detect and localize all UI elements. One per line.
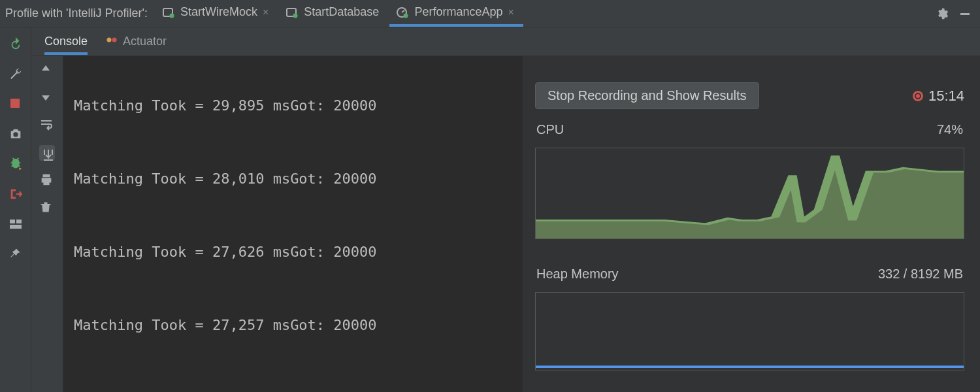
cpu-value: 74% bbox=[937, 122, 963, 137]
svg-point-5 bbox=[404, 13, 408, 18]
exit-icon[interactable] bbox=[8, 187, 23, 201]
profile-with-label: Profile with 'IntelliJ Profiler': bbox=[5, 7, 148, 20]
run-config-icon bbox=[162, 7, 175, 18]
layout-icon[interactable] bbox=[8, 217, 23, 231]
console-line: Matching Took = 28,010 msGot: 20000 bbox=[74, 167, 512, 191]
tab-actuator[interactable]: Actuator bbox=[106, 28, 167, 56]
minimize-icon[interactable] bbox=[959, 8, 971, 20]
bug-rerun-icon[interactable] bbox=[8, 157, 23, 171]
svg-point-12 bbox=[112, 37, 117, 42]
run-profile-icon bbox=[396, 7, 409, 18]
run-topbar: Profile with 'IntelliJ Profiler': StartW… bbox=[0, 0, 980, 27]
heap-label: Heap Memory bbox=[536, 267, 619, 282]
run-tab-startdatabase[interactable]: StartDatabase bbox=[279, 0, 388, 27]
svg-point-3 bbox=[293, 13, 298, 18]
wrench-icon[interactable] bbox=[8, 67, 23, 81]
tab-console-label: Console bbox=[44, 35, 88, 48]
svg-rect-10 bbox=[10, 225, 22, 229]
rerun-icon[interactable] bbox=[8, 37, 23, 51]
close-icon[interactable]: × bbox=[263, 7, 269, 18]
svg-point-1 bbox=[169, 13, 174, 18]
run-config-tabs: StartWireMock × StartDatabase Performanc… bbox=[155, 0, 523, 27]
console-line: Matching Took = 29,895 msGot: 20000 bbox=[74, 93, 512, 118]
svg-rect-6 bbox=[960, 13, 970, 15]
tab-actuator-label: Actuator bbox=[123, 35, 167, 48]
cpu-label: CPU bbox=[536, 122, 564, 137]
run-tab-label: StartDatabase bbox=[304, 5, 379, 19]
timer-text: 15:14 bbox=[928, 88, 964, 105]
run-tab-label: StartWireMock bbox=[180, 5, 257, 19]
scroll-to-end-icon[interactable] bbox=[39, 145, 55, 161]
recording-timer: 15:14 bbox=[913, 88, 964, 105]
up-icon[interactable] bbox=[39, 63, 55, 78]
stop-icon[interactable] bbox=[8, 97, 23, 111]
console-line: Matching Took = 26,422 msGot: 20000 bbox=[74, 386, 512, 392]
console-subtabs: Console Actuator bbox=[31, 27, 980, 56]
gear-icon[interactable] bbox=[936, 7, 949, 20]
profiler-panel: Stop Recording and Show Results 15:14 CP… bbox=[523, 56, 980, 392]
console-line: Matching Took = 27,257 msGot: 20000 bbox=[74, 313, 512, 337]
heap-value: 332 / 8192 MB bbox=[878, 267, 963, 282]
left-toolbar bbox=[0, 27, 31, 392]
trash-icon[interactable] bbox=[39, 200, 55, 216]
svg-point-11 bbox=[107, 37, 112, 42]
pin-icon[interactable] bbox=[8, 247, 23, 261]
actuator-icon bbox=[106, 34, 118, 49]
console-line: Matching Took = 27,626 msGot: 20000 bbox=[74, 240, 512, 264]
run-config-icon bbox=[286, 7, 299, 18]
svg-rect-7 bbox=[10, 99, 20, 108]
svg-rect-13 bbox=[44, 159, 53, 161]
print-icon[interactable] bbox=[39, 172, 55, 188]
console-toolbar bbox=[31, 56, 63, 392]
run-tab-startwiremock[interactable]: StartWireMock × bbox=[155, 0, 278, 27]
camera-icon[interactable] bbox=[8, 127, 23, 141]
cpu-chart bbox=[535, 148, 964, 239]
stop-recording-button[interactable]: Stop Recording and Show Results bbox=[535, 82, 759, 109]
svg-rect-8 bbox=[10, 220, 15, 223]
svg-rect-9 bbox=[16, 220, 22, 223]
record-icon bbox=[913, 91, 923, 101]
cpu-header: CPU 74% bbox=[535, 118, 964, 139]
heap-chart bbox=[535, 292, 964, 370]
soft-wrap-icon[interactable] bbox=[39, 118, 55, 133]
run-tab-label: PerformanceApp bbox=[414, 5, 502, 19]
tab-console[interactable]: Console bbox=[44, 29, 88, 55]
down-icon[interactable] bbox=[39, 90, 55, 106]
heap-header: Heap Memory 332 / 8192 MB bbox=[535, 263, 964, 283]
run-tab-performanceapp[interactable]: PerformanceApp × bbox=[389, 0, 523, 27]
close-icon[interactable]: × bbox=[508, 7, 514, 18]
console-output[interactable]: Matching Took = 29,895 msGot: 20000 Matc… bbox=[63, 56, 523, 392]
